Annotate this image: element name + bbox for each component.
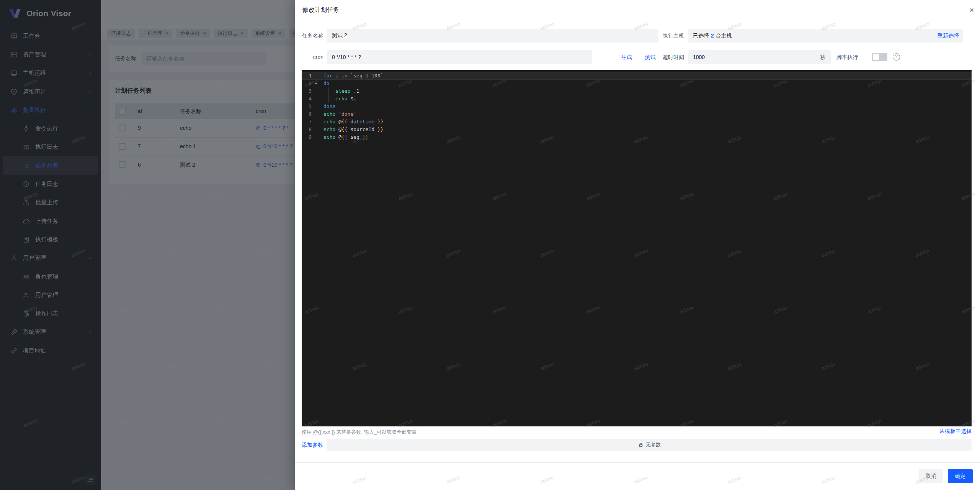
- code-text: sleep .1: [323, 88, 359, 94]
- cron-generate-link[interactable]: 生成: [621, 50, 632, 64]
- close-icon[interactable]: ×: [966, 5, 977, 15]
- line-number: 2: [302, 80, 312, 87]
- code-line-4[interactable]: 4 echo $i: [302, 95, 972, 103]
- fold-chevron-icon[interactable]: [314, 81, 318, 86]
- lock-icon: [638, 442, 644, 447]
- code-line-9[interactable]: 9echo @{{ seq }}: [302, 133, 972, 141]
- drawer-footer: 取消 确定: [295, 462, 980, 490]
- cancel-button[interactable]: 取消: [919, 469, 943, 483]
- cron-input[interactable]: [327, 50, 592, 64]
- code-text: echo $i: [323, 96, 356, 102]
- code-text: for i in `seq 1 100`: [323, 73, 384, 79]
- timeout-unit: 秒: [820, 50, 825, 64]
- task-name-input[interactable]: [327, 29, 658, 43]
- add-param-link[interactable]: 添加参数: [302, 439, 323, 451]
- code-line-3[interactable]: 3 sleep .1: [302, 87, 972, 95]
- host-select-field[interactable]: 已选择2台主机 重新选择: [688, 29, 963, 43]
- timeout-label: 超时时间: [661, 50, 684, 64]
- code-text: done: [323, 103, 335, 109]
- param-hint-text: 使用 @{{ xxx }} 来替换参数, 输入_可以获取全部变量: [302, 429, 416, 436]
- code-line-2[interactable]: 2do: [302, 80, 972, 87]
- script-exec-label: 脚本执行: [836, 50, 867, 64]
- code-line-5[interactable]: 5done: [302, 103, 972, 110]
- toggle-knob: [873, 54, 879, 60]
- reselect-host-link[interactable]: 重新选择: [938, 29, 959, 43]
- host-selected-count: 2: [711, 33, 714, 39]
- line-number: 8: [302, 126, 312, 133]
- line-number: 9: [302, 133, 312, 141]
- code-line-7[interactable]: 7echo @{{ datetime }}: [302, 118, 972, 126]
- line-number: 6: [302, 110, 312, 118]
- help-icon[interactable]: ?: [893, 53, 900, 61]
- code-text: echo @{{ datetime }}: [323, 119, 384, 125]
- line-number: 1: [302, 72, 312, 80]
- line-number: 4: [302, 95, 312, 103]
- line-number: 3: [302, 87, 312, 95]
- task-name-label: 任务名称: [302, 29, 323, 43]
- host-selected-suffix: 台主机: [716, 33, 732, 39]
- cron-test-link[interactable]: 测试: [645, 50, 656, 64]
- confirm-button[interactable]: 确定: [948, 469, 973, 483]
- exec-host-label: 执行主机: [661, 29, 684, 43]
- no-param-bar: 无参数: [327, 439, 972, 451]
- line-number: 7: [302, 118, 312, 126]
- drawer-header: 修改计划任务 ×: [295, 0, 980, 20]
- code-editor[interactable]: 1for i in `seq 1 100`2do3 sleep .14 echo…: [302, 70, 972, 426]
- code-line-1[interactable]: 1for i in `seq 1 100`: [302, 72, 972, 80]
- code-text: echo @{{ seq }}: [323, 134, 368, 140]
- no-param-label: 无参数: [646, 441, 661, 448]
- line-number: 5: [302, 103, 312, 110]
- timeout-input[interactable]: [688, 50, 831, 64]
- code-text: echo @{{ sourceId }}: [323, 126, 384, 132]
- drawer-title: 修改计划任务: [302, 0, 339, 20]
- edit-task-drawer: 修改计划任务 × 任务名称 执行主机 已选择2台主机 重新选择 cron 生成 …: [295, 0, 980, 490]
- code-line-8[interactable]: 8echo @{{ sourceId }}: [302, 126, 972, 133]
- code-line-6[interactable]: 6echo 'done': [302, 110, 972, 118]
- host-selected-prefix: 已选择: [693, 33, 709, 39]
- code-text: do: [323, 80, 330, 86]
- code-text: echo 'done': [323, 111, 356, 117]
- script-exec-toggle[interactable]: [872, 53, 887, 61]
- cron-label: cron: [302, 50, 323, 64]
- select-from-template-link[interactable]: 从模板中选择: [939, 428, 972, 435]
